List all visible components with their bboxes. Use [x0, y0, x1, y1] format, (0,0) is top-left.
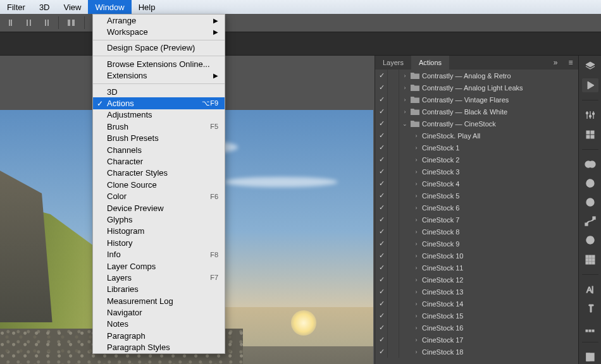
- toggle-visibility-checkbox[interactable]: ✓: [376, 82, 388, 94]
- menu-3d[interactable]: 3D: [32, 0, 57, 14]
- disclosure-closed-icon[interactable]: ›: [413, 253, 419, 259]
- channels-icon[interactable]: [582, 195, 598, 209]
- toggle-dialog-checkbox[interactable]: [388, 202, 399, 214]
- action-row[interactable]: ✓›CineStock 12: [375, 274, 578, 286]
- menuitem-adjustments[interactable]: Adjustments: [93, 109, 225, 121]
- disclosure-closed-icon[interactable]: ›: [402, 109, 408, 115]
- menuitem-history[interactable]: History: [93, 237, 225, 248]
- disclosure-open-icon[interactable]: ⌄: [402, 121, 408, 127]
- action-row[interactable]: ✓›CineStock 1: [375, 142, 578, 154]
- action-row[interactable]: ✓›CineStock 2: [375, 154, 578, 166]
- disclosure-closed-icon[interactable]: ›: [413, 241, 419, 247]
- disclosure-closed-icon[interactable]: ›: [413, 265, 419, 271]
- toggle-dialog-checkbox[interactable]: [388, 142, 399, 154]
- disclosure-closed-icon[interactable]: ›: [413, 169, 419, 175]
- toggle-dialog-checkbox[interactable]: [388, 322, 399, 334]
- toggle-dialog-checkbox[interactable]: [388, 286, 399, 298]
- menu-help[interactable]: Help: [132, 0, 163, 14]
- toggle-visibility-checkbox[interactable]: ✓: [376, 226, 388, 238]
- glyph-dots-icon[interactable]: [582, 320, 598, 334]
- action-row[interactable]: ✓›CineStock 8: [375, 226, 578, 238]
- adjustments-icon[interactable]: [582, 108, 598, 122]
- disclosure-closed-icon[interactable]: ›: [413, 325, 419, 331]
- toggle-dialog-checkbox[interactable]: [388, 82, 399, 94]
- disclosure-closed-icon[interactable]: ›: [402, 85, 408, 91]
- toggle-dialog-checkbox[interactable]: [388, 190, 399, 202]
- disclosure-closed-icon[interactable]: ›: [413, 133, 419, 139]
- menuitem-channels[interactable]: Channels: [93, 144, 225, 155]
- action-set-row[interactable]: ✓›Contrastly — Analog Light Leaks: [375, 82, 578, 94]
- type-a-icon[interactable]: A: [582, 282, 598, 296]
- toggle-visibility-checkbox[interactable]: ✓: [376, 334, 388, 346]
- toggle-dialog-checkbox[interactable]: [388, 262, 399, 274]
- menuitem-device-preview[interactable]: Device Preview: [93, 202, 225, 214]
- action-row[interactable]: ✓›CineStock 5: [375, 190, 578, 202]
- styles-icon[interactable]: [582, 127, 598, 141]
- toggle-dialog-checkbox[interactable]: [388, 178, 399, 190]
- disclosure-closed-icon[interactable]: ›: [413, 217, 419, 223]
- menuitem-character-styles[interactable]: Character Styles: [93, 167, 225, 179]
- action-set-row[interactable]: ✓⌄Contrastly — CineStock: [375, 118, 578, 130]
- menuitem-paragraph[interactable]: Paragraph: [93, 330, 225, 341]
- menuitem-extensions[interactable]: Extensions▶: [93, 70, 225, 82]
- swatches-icon[interactable]: [582, 233, 598, 247]
- menuitem-libraries[interactable]: Libraries: [93, 284, 225, 295]
- panel-tab-layers[interactable]: Layers: [375, 56, 411, 70]
- action-row[interactable]: ✓›CineStock 6: [375, 202, 578, 214]
- toggle-visibility-checkbox[interactable]: ✓: [376, 298, 388, 310]
- menuitem-3d[interactable]: 3D: [93, 86, 225, 97]
- toggle-dialog-checkbox[interactable]: [388, 226, 399, 238]
- action-row[interactable]: ✓›CineStock. Play All: [375, 130, 578, 142]
- toggle-visibility-checkbox[interactable]: ✓: [376, 130, 388, 142]
- action-row[interactable]: ✓›CineStock 11: [375, 262, 578, 274]
- toggle-dialog-checkbox[interactable]: [388, 310, 399, 322]
- panel-menu-icon[interactable]: ≡: [563, 56, 578, 70]
- menuitem-brush-presets[interactable]: Brush Presets: [93, 133, 225, 144]
- menuitem-actions[interactable]: ✓Actions⌥F9: [93, 97, 225, 109]
- toggle-dialog-checkbox[interactable]: [388, 94, 399, 106]
- disclosure-closed-icon[interactable]: ›: [402, 73, 408, 79]
- toggle-dialog-checkbox[interactable]: [388, 70, 399, 82]
- toggle-dialog-checkbox[interactable]: [388, 130, 399, 142]
- align-center-icon[interactable]: [23, 17, 35, 28]
- menuitem-info[interactable]: InfoF8: [93, 248, 225, 260]
- action-set-row[interactable]: ✓›Contrastly — Black & White: [375, 106, 578, 118]
- toggle-dialog-checkbox[interactable]: [388, 334, 399, 346]
- toggle-dialog-checkbox[interactable]: [388, 154, 399, 166]
- menuitem-arrange[interactable]: Arrange▶: [93, 15, 225, 26]
- disclosure-closed-icon[interactable]: ›: [413, 301, 419, 307]
- action-row[interactable]: ✓›CineStock 18: [375, 346, 578, 358]
- toggle-visibility-checkbox[interactable]: ✓: [376, 262, 388, 274]
- menu-window[interactable]: Window: [88, 0, 131, 14]
- toggle-visibility-checkbox[interactable]: ✓: [376, 154, 388, 166]
- toggle-visibility-checkbox[interactable]: ✓: [376, 94, 388, 106]
- menuitem-browse-extensions-online-[interactable]: Browse Extensions Online...: [93, 58, 225, 70]
- paragraph-icon[interactable]: [582, 301, 598, 315]
- menuitem-histogram[interactable]: Histogram: [93, 226, 225, 237]
- toggle-visibility-checkbox[interactable]: ✓: [376, 250, 388, 262]
- align-left-icon[interactable]: [6, 17, 19, 28]
- menuitem-layers[interactable]: LayersF7: [93, 272, 225, 283]
- disclosure-closed-icon[interactable]: ›: [413, 349, 419, 355]
- menuitem-measurement-log[interactable]: Measurement Log: [93, 295, 225, 306]
- disclosure-closed-icon[interactable]: ›: [413, 337, 419, 343]
- toggle-visibility-checkbox[interactable]: ✓: [376, 346, 388, 358]
- distribute-icon[interactable]: [65, 17, 78, 28]
- menuitem-workspace[interactable]: Workspace▶: [93, 26, 225, 37]
- menuitem-notes[interactable]: Notes: [93, 318, 225, 330]
- disclosure-closed-icon[interactable]: ›: [413, 205, 419, 211]
- toggle-visibility-checkbox[interactable]: ✓: [376, 310, 388, 322]
- toggle-dialog-checkbox[interactable]: [388, 238, 399, 250]
- action-row[interactable]: ✓›CineStock 15: [375, 310, 578, 322]
- action-row[interactable]: ✓›CineStock 17: [375, 334, 578, 346]
- toggle-visibility-checkbox[interactable]: ✓: [376, 106, 388, 118]
- menuitem-clone-source[interactable]: Clone Source: [93, 179, 225, 190]
- menu-filter[interactable]: Filter: [0, 0, 32, 14]
- action-set-row[interactable]: ✓›Contrastly — Analog & Retro: [375, 70, 578, 82]
- toggle-visibility-checkbox[interactable]: ✓: [376, 118, 388, 130]
- toggle-dialog-checkbox[interactable]: [388, 106, 399, 118]
- toggle-visibility-checkbox[interactable]: ✓: [376, 238, 388, 250]
- toggle-visibility-checkbox[interactable]: ✓: [376, 178, 388, 190]
- layers-icon[interactable]: [582, 59, 598, 73]
- toggle-visibility-checkbox[interactable]: ✓: [376, 202, 388, 214]
